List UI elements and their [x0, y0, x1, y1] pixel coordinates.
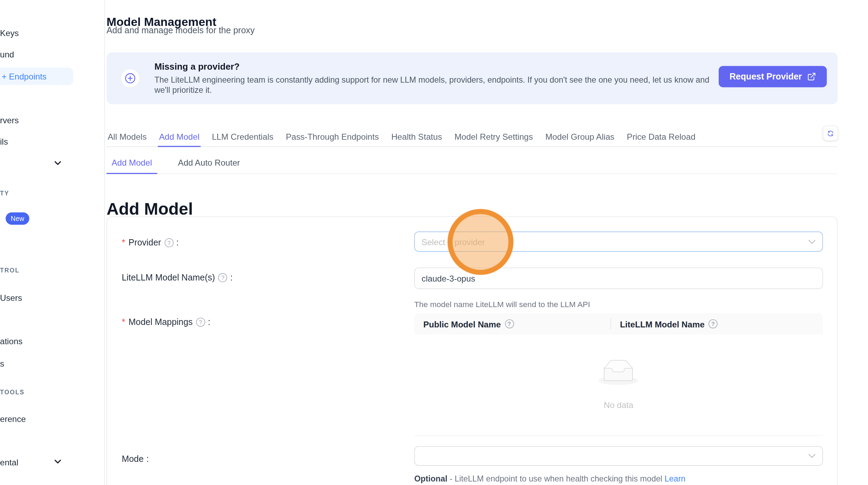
tab-add-model[interactable]: Add Model [158, 127, 201, 147]
help-icon[interactable]: ? [218, 273, 227, 282]
sidebar-item-teams[interactable]: s [0, 359, 4, 369]
banner-body-line2: we'll prioritize it. [155, 85, 212, 95]
mode-select[interactable] [414, 446, 823, 466]
chevron-down-icon [808, 453, 816, 458]
help-icon[interactable]: ? [505, 319, 514, 328]
tab-pass-through-endpoints[interactable]: Pass-Through Endpoints [285, 127, 380, 147]
sidebar-item-guardrails[interactable]: ils [0, 137, 8, 147]
model-mappings-label-text: Model Mappings [129, 317, 193, 327]
plus-circle-icon-wrap [121, 69, 139, 87]
column-public-model-name: Public Model Name ? [414, 319, 610, 328]
plus-circle-icon [124, 72, 136, 84]
missing-provider-banner: Missing a provider? The LiteLLM engineer… [107, 53, 838, 104]
label-colon: : [146, 454, 149, 464]
new-badge: New [6, 212, 29, 224]
mode-label-text: Mode [122, 454, 143, 464]
column-label: LiteLLM Model Name [620, 319, 704, 328]
request-provider-button[interactable]: Request Provider [719, 66, 827, 87]
tab-llm-credentials[interactable]: LLM Credentials [211, 127, 274, 147]
provider-select[interactable]: Select a provider [414, 231, 823, 252]
model-tabs: All Models Add Model LLM Credentials Pas… [107, 127, 838, 147]
sidebar-item-models-endpoints[interactable]: + Endpoints [0, 68, 73, 85]
help-icon[interactable]: ? [709, 319, 718, 328]
model-mappings-table-header: Public Model Name ? LiteLLM Model Name ? [414, 313, 823, 334]
column-litellm-model-name: LiteLLM Model Name ? [611, 319, 718, 328]
learn-link[interactable]: Learn [664, 474, 685, 483]
chevron-down-icon[interactable] [54, 457, 62, 466]
request-provider-label: Request Provider [730, 71, 802, 82]
tab-price-data-reload[interactable]: Price Data Reload [626, 127, 697, 147]
tab-health-status[interactable]: Health Status [390, 127, 443, 147]
tab-model-group-alias[interactable]: Model Group Alias [544, 127, 616, 147]
tab-model-retry-settings[interactable]: Model Retry Settings [453, 127, 534, 147]
mode-helper: Optional - LiteLLM endpoint to use when … [414, 474, 685, 483]
banner-body-line1: The LiteLLM engineering team is constant… [155, 76, 710, 85]
app-window: Keys und + Endpoints rvers ils TY New TR… [0, 0, 868, 485]
sidebar-section-access-control: TROL [0, 267, 20, 273]
column-label: Public Model Name [423, 319, 501, 328]
required-asterisk: * [122, 238, 125, 248]
sidebar-section-observability: TY [0, 190, 9, 196]
sidebar-item-experimental[interactable]: ental [0, 457, 18, 467]
chevron-down-icon [808, 239, 816, 244]
model-name-label-text: LiteLLM Model Name(s) [122, 272, 215, 283]
add-model-subtabs: Add Model Add Auto Router [107, 151, 838, 174]
table-bottom-border [414, 435, 823, 436]
sidebar-item-organizations[interactable]: ations [0, 336, 22, 346]
model-name-input[interactable] [414, 268, 823, 289]
sidebar-item-virtual-keys[interactable]: Keys [0, 28, 19, 38]
provider-placeholder: Select a provider [422, 237, 485, 246]
label-colon: : [176, 238, 179, 248]
chevron-down-icon[interactable] [54, 159, 62, 167]
label-colon: : [208, 317, 210, 327]
model-name-helper: The model name LiteLLM will send to the … [414, 300, 590, 309]
mode-label: Mode : [122, 454, 149, 464]
tab-all-models[interactable]: All Models [107, 127, 148, 147]
subtab-add-model[interactable]: Add Model [107, 151, 157, 174]
required-asterisk: * [122, 317, 125, 327]
add-model-form-card: * Provider ? : Select a provider LiteLLM… [107, 216, 838, 485]
empty-box-icon [599, 359, 638, 385]
optional-text: - LiteLLM endpoint to use when health ch… [450, 474, 662, 483]
no-data-text: No data [414, 400, 823, 409]
sidebar-section-tools: TOOLS [0, 389, 25, 395]
subtab-add-auto-router[interactable]: Add Auto Router [173, 151, 245, 173]
optional-bold: Optional [414, 474, 447, 483]
external-link-icon [807, 72, 816, 81]
help-icon[interactable]: ? [196, 318, 205, 327]
model-mappings-label: * Model Mappings ? : [122, 317, 210, 327]
sidebar: Keys und + Endpoints rvers ils TY New TR… [0, 0, 105, 485]
help-icon[interactable]: ? [164, 238, 173, 247]
sidebar-item-api-reference[interactable]: erence [0, 414, 26, 424]
sidebar-item-label: + Endpoints [2, 71, 47, 81]
sidebar-item-playground[interactable]: und [0, 50, 14, 60]
add-model-heading: Add Model [107, 199, 193, 219]
refresh-button[interactable] [823, 126, 838, 141]
provider-label: * Provider ? : [122, 238, 179, 248]
sync-icon [827, 129, 834, 138]
label-colon: : [230, 272, 233, 283]
banner-title: Missing a provider? [155, 62, 240, 72]
provider-label-text: Provider [129, 238, 161, 248]
sidebar-item-internal-users[interactable]: Users [0, 293, 22, 303]
model-name-label: LiteLLM Model Name(s) ? : [122, 272, 232, 283]
sidebar-item-mcp-servers[interactable]: rvers [0, 116, 19, 126]
page-subtitle: Add and manage models for the proxy [107, 25, 255, 35]
